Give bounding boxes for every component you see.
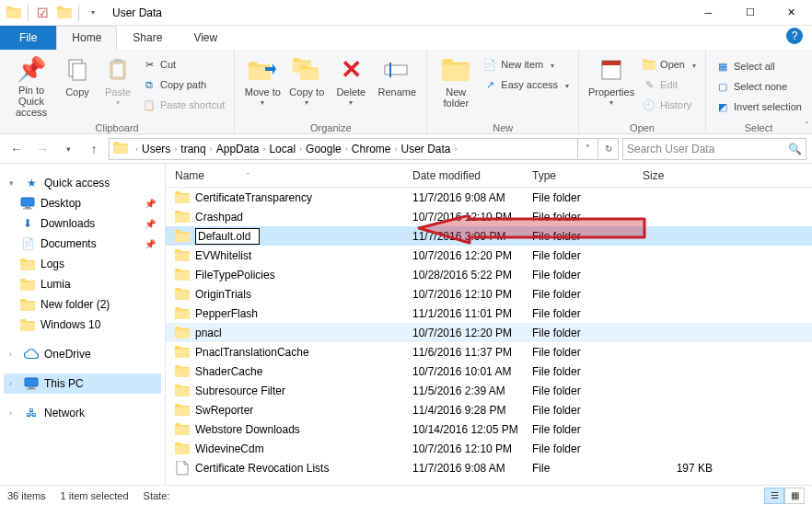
cut-button[interactable]: ✂Cut <box>138 55 228 74</box>
paste-shortcut-button[interactable]: 📋Paste shortcut <box>138 96 228 114</box>
breadcrumb-seg[interactable]: Google <box>306 143 342 155</box>
nav-this-pc[interactable]: ›This PC <box>4 373 161 394</box>
breadcrumb-seg[interactable]: User Data <box>400 143 450 155</box>
view-large-icons-button[interactable]: ▦ <box>784 488 805 504</box>
table-row[interactable]: ShaderCache10/7/2016 10:01 AMFile folder <box>166 362 812 381</box>
breadcrumb-seg[interactable]: Local <box>269 143 296 155</box>
table-row[interactable]: Subresource Filter11/5/2016 2:39 AMFile … <box>166 381 812 400</box>
file-date: 11/4/2016 9:28 PM <box>405 404 525 417</box>
table-row[interactable]: Webstore Downloads10/14/2016 12:05 PMFil… <box>166 419 812 439</box>
history-button[interactable]: 🕘History <box>638 96 700 114</box>
search-input[interactable]: Search User Data 🔍 <box>622 138 806 160</box>
copy-path-button[interactable]: ⧉Copy path <box>138 75 228 94</box>
properties-button[interactable]: Properties▾ <box>585 52 638 118</box>
paste-button[interactable]: Paste ▾ <box>98 52 138 118</box>
nav-downloads[interactable]: ⬇Downloads📌 <box>4 213 161 234</box>
help-icon[interactable]: ? <box>786 28 803 44</box>
minimize-button[interactable]: ─ <box>688 0 729 26</box>
easy-access-icon: ↗ <box>482 77 497 92</box>
col-name[interactable]: Nameˆ <box>166 169 405 182</box>
rename-input[interactable] <box>195 228 260 245</box>
table-row[interactable]: EVWhitelist10/7/2016 12:20 PMFile folder <box>166 246 812 265</box>
col-type[interactable]: Type <box>525 169 635 182</box>
nav-desktop[interactable]: Desktop📌 <box>4 193 161 213</box>
up-button[interactable]: ↑ <box>83 138 105 160</box>
ribbon-group-clipboard: 📌 Pin to Quick access Copy Paste ▾ ✂Cut … <box>0 50 235 133</box>
invert-selection-button[interactable]: ◩Invert selection <box>712 98 806 116</box>
select-none-button[interactable]: ▢Select none <box>712 77 806 96</box>
nav-documents[interactable]: 📄Documents📌 <box>4 234 161 254</box>
file-type: File folder <box>525 404 635 417</box>
new-item-button[interactable]: 📄New item▾ <box>479 55 573 74</box>
table-row[interactable]: WidevineCdm10/7/2016 12:10 PMFile folder <box>166 439 812 458</box>
breadcrumb-dropdown-button[interactable]: ˅ <box>577 139 597 159</box>
nav-quick-access[interactable]: ▾★Quick access <box>4 173 161 193</box>
table-row[interactable]: PepperFlash11/1/2016 11:01 PMFile folder <box>166 304 812 323</box>
edit-button[interactable]: ✎Edit <box>638 75 700 94</box>
file-type: File folder <box>525 346 635 359</box>
qat-dropdown-icon[interactable]: ▾ <box>83 3 103 23</box>
easy-access-button[interactable]: ↗Easy access▾ <box>479 75 573 94</box>
tab-file[interactable]: File <box>0 26 56 50</box>
nav-network[interactable]: ›🖧Network <box>4 403 161 423</box>
file-type: File folder <box>525 384 635 397</box>
copy-button[interactable]: Copy <box>57 52 98 118</box>
breadcrumb-seg[interactable]: AppData <box>216 143 260 155</box>
new-folder-button[interactable]: New folder <box>433 52 479 118</box>
breadcrumb-seg[interactable]: tranq <box>180 143 205 155</box>
nav-logs[interactable]: Logs <box>4 254 161 274</box>
nav-onedrive[interactable]: ›OneDrive <box>4 344 161 364</box>
documents-icon: 📄 <box>20 236 35 251</box>
file-name: ShaderCache <box>195 365 262 378</box>
table-row[interactable]: 11/7/2016 3:09 PMFile folder <box>166 226 812 246</box>
navigation-pane: ▾★Quick access Desktop📌 ⬇Downloads📌 📄Doc… <box>0 164 166 485</box>
maximize-button[interactable]: ☐ <box>729 0 771 26</box>
table-row[interactable]: PnaclTranslationCache11/6/2016 11:37 PMF… <box>166 342 812 362</box>
folder-icon <box>175 384 190 398</box>
table-row[interactable]: SwReporter11/4/2016 9:28 PMFile folder <box>166 400 812 419</box>
nav-windows-10[interactable]: Windows 10 <box>4 315 161 335</box>
pin-quick-access-button[interactable]: 📌 Pin to Quick access <box>6 52 57 118</box>
rename-button[interactable]: Rename <box>373 52 421 118</box>
new-folder-icon <box>441 55 470 85</box>
tab-share[interactable]: Share <box>117 26 178 50</box>
tab-home[interactable]: Home <box>56 26 117 50</box>
file-type: File <box>525 462 635 475</box>
breadcrumb-seg[interactable]: Users <box>142 143 170 155</box>
file-size: 197 KB <box>635 462 727 475</box>
qat-new-folder-icon[interactable] <box>54 3 75 23</box>
file-type: File folder <box>525 230 635 243</box>
back-button[interactable]: ← <box>6 138 28 160</box>
refresh-button[interactable]: ↻ <box>597 139 618 159</box>
file-date: 11/7/2016 9:08 AM <box>405 191 525 204</box>
table-row[interactable]: Crashpad10/7/2016 12:10 PMFile folder <box>166 207 812 226</box>
breadcrumb[interactable]: › Users› tranq› AppData› Local› Google› … <box>109 138 619 160</box>
table-row[interactable]: pnacl10/7/2016 12:20 PMFile folder <box>166 323 812 342</box>
window-title: User Data <box>107 6 688 19</box>
breadcrumb-seg[interactable]: Chrome <box>352 143 391 155</box>
select-all-button[interactable]: ▦Select all <box>712 57 806 75</box>
folder-icon <box>20 277 35 292</box>
tab-view[interactable]: View <box>178 26 233 50</box>
view-details-button[interactable]: ☰ <box>764 488 784 504</box>
nav-new-folder-2[interactable]: New folder (2) <box>4 294 161 315</box>
table-row[interactable]: OriginTrials10/7/2016 12:10 PMFile folde… <box>166 284 812 304</box>
table-row[interactable]: Certificate Revocation Lists11/7/2016 9:… <box>166 458 812 477</box>
copy-to-button[interactable]: Copy to▾ <box>284 52 329 118</box>
svg-rect-8 <box>385 65 407 75</box>
recent-locations-button[interactable]: ▾ <box>57 138 79 160</box>
delete-button[interactable]: ✕ Delete▾ <box>329 52 373 118</box>
open-button[interactable]: Open▾ <box>638 55 700 74</box>
forward-button[interactable]: → <box>31 138 53 160</box>
table-row[interactable]: FileTypePolicies10/28/2016 5:22 PMFile f… <box>166 265 812 284</box>
close-button[interactable]: ✕ <box>771 0 812 26</box>
col-date[interactable]: Date modified <box>405 169 525 182</box>
qat-properties-icon[interactable]: ☑ <box>32 3 52 23</box>
file-name: EVWhitelist <box>195 249 251 262</box>
table-row[interactable]: CertificateTransparency11/7/2016 9:08 AM… <box>166 188 812 207</box>
move-to-button[interactable]: Move to▾ <box>240 52 284 118</box>
col-size[interactable]: Size <box>635 169 727 182</box>
svg-rect-4 <box>73 63 86 80</box>
collapse-ribbon-icon[interactable]: ˆ <box>806 121 808 132</box>
nav-lumia[interactable]: Lumia <box>4 274 161 294</box>
